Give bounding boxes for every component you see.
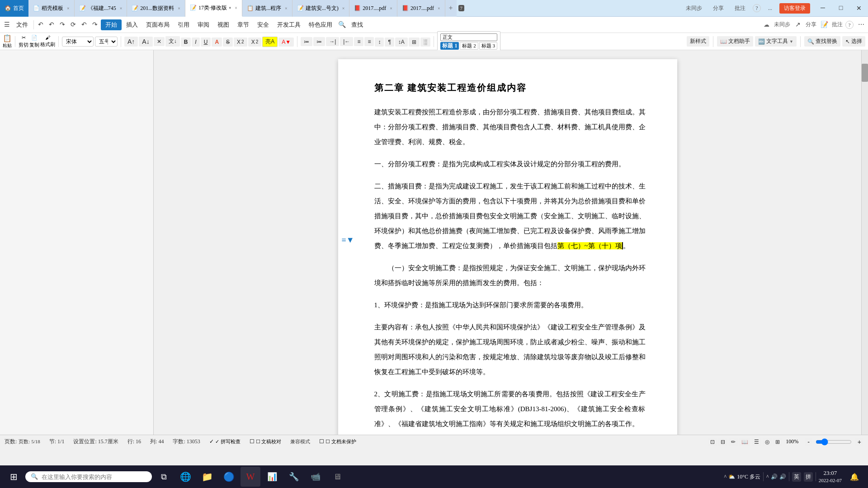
help-button[interactable]: ? — [753, 4, 761, 12]
undo-icon[interactable]: ↶ — [36, 20, 46, 30]
tab-doc17[interactable]: 📝 17类·修改版 ● × — [185, 0, 242, 17]
tab-jianzhu2[interactable]: 📝 建筑安...号文) × — [292, 0, 350, 17]
approve-icon[interactable]: 📝 — [819, 20, 829, 30]
borders-button[interactable]: ⊞ — [409, 38, 420, 47]
sort-button[interactable]: ↕A — [395, 38, 408, 47]
input-method-tray[interactable]: 拼 — [804, 472, 813, 482]
paste-button[interactable]: 📋 粘贴 — [3, 34, 12, 49]
share-button[interactable]: 分享 — [709, 4, 727, 13]
font-size-select[interactable]: 五号 五号 — [95, 37, 118, 47]
taskbar-devtool-button[interactable]: 🔧 — [284, 467, 304, 487]
taskbar-chrome-button[interactable]: 🔵 — [219, 467, 239, 487]
underline-button[interactable]: U — [201, 38, 211, 47]
add-tab-button[interactable]: + — [445, 0, 457, 17]
system-clock[interactable]: 23:07 2022-02-07 — [819, 469, 842, 484]
tab-pdf2017b-close[interactable]: × — [438, 6, 440, 11]
login-button[interactable]: 访客登录 — [779, 3, 810, 14]
strikethrough-button[interactable]: S — [223, 38, 233, 47]
menu-special[interactable]: 特色应用 — [305, 19, 336, 30]
view-web-button[interactable]: ⊟ — [718, 438, 727, 446]
ime-tray[interactable]: ^ 🔊 🔊 — [766, 474, 786, 480]
new-style-button[interactable]: 新样式 — [687, 36, 709, 47]
style-zhengwen[interactable]: 正文 — [440, 33, 497, 41]
para-format-button[interactable]: ¶ — [385, 38, 394, 47]
redo-icon[interactable]: ↷ — [57, 20, 67, 30]
view-outline-button[interactable]: ☰ — [752, 438, 761, 446]
minimize-button[interactable]: ─ — [814, 0, 832, 17]
maximize-button[interactable]: □ — [832, 0, 850, 17]
search-icon[interactable]: 🔍 — [337, 20, 347, 30]
notification-button[interactable]: 🔔 — [844, 467, 864, 487]
spellcheck-status[interactable]: ✓ ✓ 拼写检查 — [209, 438, 241, 445]
menu-reference[interactable]: 引用 — [174, 19, 193, 30]
font-family-select[interactable]: 宋体 宋体 — [62, 37, 94, 47]
find-replace-button[interactable]: 🔍 查找替换 — [804, 36, 840, 47]
more-icon[interactable]: ⋯ — [856, 20, 866, 30]
format-button[interactable]: 文↓ — [165, 36, 180, 47]
start-button[interactable]: ⊞ — [4, 467, 24, 487]
highlight-btn[interactable]: 亮A — [262, 37, 278, 47]
view-print-button[interactable]: ⊡ — [708, 438, 717, 446]
style-biaoti2[interactable]: 标题 2 — [460, 42, 478, 50]
language-tray[interactable]: 英 — [792, 472, 801, 482]
align-center-button[interactable]: ≡ — [364, 37, 374, 46]
menu-file[interactable]: 文件 — [13, 19, 32, 30]
line-spacing-button[interactable]: ↕ — [375, 38, 384, 47]
tab-201[interactable]: 📝 201...数据资料 × — [127, 0, 185, 17]
tab-jianzhu[interactable]: 📋 建筑...程序 × — [242, 0, 292, 17]
approve-button[interactable]: 批注 — [731, 4, 749, 13]
color-button[interactable]: A — [212, 38, 222, 47]
tray-up-arrow[interactable]: ^ — [724, 474, 727, 480]
tab-fujian[interactable]: 📝 《福建...745 × — [75, 0, 127, 17]
menu-review[interactable]: 审阅 — [194, 19, 213, 30]
zoom-slider[interactable] — [816, 438, 852, 446]
close-button[interactable]: ✕ — [850, 0, 868, 17]
tab-jianzhu-close[interactable]: × — [285, 6, 288, 11]
cloud-sync-icon[interactable]: ☁ — [761, 20, 771, 30]
cut-button[interactable]: ✂剪切 — [19, 35, 28, 48]
undo4-icon[interactable]: ↶ — [79, 20, 89, 30]
font-grow-button[interactable]: A↑ — [124, 37, 138, 47]
sync-button[interactable]: 未同步 — [682, 4, 706, 13]
taskbar-wps2-button[interactable]: 📊 — [262, 467, 282, 487]
menu-view[interactable]: 视图 — [214, 19, 233, 30]
tab-201-close[interactable]: × — [178, 6, 180, 11]
tab-pdf2017b[interactable]: 📕 2017....pdf × — [397, 0, 445, 17]
menu-search[interactable]: 查找 — [348, 19, 367, 30]
view-focus-button[interactable]: ◎ — [763, 438, 772, 446]
more-button[interactable]: ... — [764, 4, 776, 13]
file-icon[interactable]: ☰ — [2, 20, 12, 30]
taskbar-explorer-button[interactable]: 📁 — [197, 467, 217, 487]
align-left-button[interactable]: ≡ — [354, 37, 363, 46]
menu-developer[interactable]: 开发工具 — [274, 19, 304, 30]
document-main[interactable]: ≡▼ 第二章 建筑安装工程造价组成内容 建筑安装工程费按照工程造价形成，由分部分… — [154, 50, 861, 435]
tab-count[interactable]: 7 — [458, 5, 465, 11]
scroll-thumb[interactable] — [862, 64, 868, 82]
font-shrink-button[interactable]: A↓ — [139, 37, 152, 47]
undo3-icon[interactable]: ⟳ — [68, 20, 78, 30]
taskview-button[interactable]: ⧉ — [154, 467, 174, 487]
indent-right-button[interactable]: →| — [326, 37, 339, 46]
doccompare-status[interactable]: ☐ ☐ 文稿校对 — [250, 438, 282, 445]
view-read-button[interactable]: 📖 — [739, 438, 750, 446]
number-list-button[interactable]: ≔ — [313, 37, 325, 46]
text-color-btn[interactable]: A▼ — [278, 38, 294, 47]
format-painter-button[interactable]: 🖌格式刷 — [40, 35, 55, 48]
tab-pdf2017a[interactable]: 📕 2017....pdf × — [349, 0, 397, 17]
tab-template-close[interactable]: × — [67, 6, 70, 11]
style-biaoti1[interactable]: 标题 1 — [440, 42, 459, 50]
zoom-in-button[interactable]: + — [855, 438, 863, 446]
bold-button[interactable]: B — [181, 38, 191, 47]
taskbar-edge-button[interactable]: 🌐 — [175, 467, 195, 487]
superscript-button[interactable]: X2 — [234, 38, 247, 47]
clear-format-button[interactable]: ✕ — [154, 37, 165, 46]
help-icon[interactable]: ? — [845, 21, 854, 29]
undo2-icon[interactable]: ↶ — [47, 20, 57, 30]
subscript-button[interactable]: X2 — [248, 38, 262, 47]
redo2-icon[interactable]: ↷ — [90, 20, 100, 30]
zoom-out-button[interactable]: - — [805, 438, 812, 446]
taskbar-search-box[interactable]: 🔍 — [25, 471, 152, 482]
menu-layout[interactable]: 页面布局 — [142, 19, 173, 30]
tab-home[interactable]: 🏠 首页 — [0, 0, 28, 17]
menu-chapter[interactable]: 章节 — [234, 19, 253, 30]
